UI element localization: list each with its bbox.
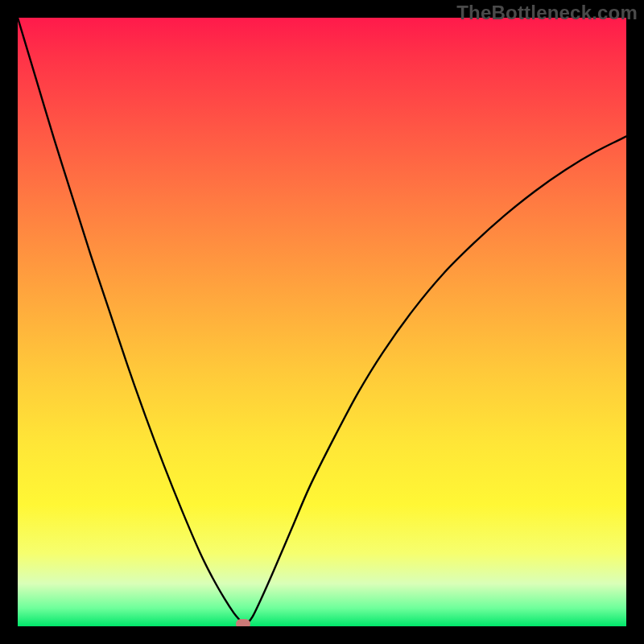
curve-svg [18,18,626,626]
chart-frame: TheBottleneck.com [0,0,644,644]
bottleneck-curve [18,18,626,625]
watermark-text: TheBottleneck.com [456,2,638,24]
minimum-marker [236,619,250,626]
plot-area [18,18,626,626]
